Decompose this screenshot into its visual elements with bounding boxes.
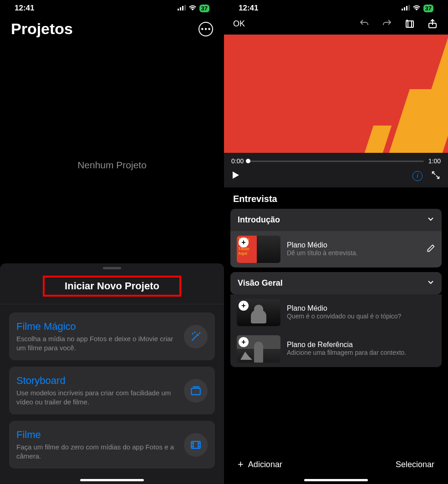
page-title: Projetos [11, 20, 73, 38]
redo-button[interactable] [381, 17, 393, 30]
option-desc: Faça um filme do zero com mídias do app … [16, 443, 178, 460]
group-title: Introdução [238, 215, 280, 225]
svg-rect-2 [182, 6, 183, 10]
magic-wand-icon [184, 325, 208, 348]
editor-toolbar: OK [224, 15, 448, 35]
svg-rect-3 [184, 5, 186, 10]
status-indicators: 37 [178, 4, 209, 13]
time-start: 0:00 [231, 157, 244, 165]
status-bar: 12:41 37 [224, 0, 448, 15]
empty-state-message: Nenhum Projeto [0, 160, 224, 171]
clip-thumbnail: + [237, 299, 280, 326]
option-desc: Use modelos incríveis para criar com fac… [16, 388, 178, 406]
option-title: Filme [16, 429, 178, 441]
svg-rect-15 [402, 9, 403, 10]
group-header-overview[interactable]: Visão Geral [230, 272, 442, 294]
battery-badge: 37 [199, 5, 209, 12]
chevron-down-icon [427, 215, 434, 225]
status-time: 12:41 [15, 4, 34, 13]
clip-row[interactable]: + Título Aqui Título Aqui Plano Médio Dê… [230, 231, 442, 267]
divider [0, 304, 224, 304]
option-movie[interactable]: Filme Faça um filme do zero com mídias d… [9, 421, 215, 469]
clip-thumbnail: + [237, 335, 280, 363]
undo-button[interactable] [358, 17, 371, 30]
highlight-box: Iniciar Novo Projeto [43, 276, 181, 297]
storyboard-section-title: Entrevista [224, 187, 448, 209]
home-indicator[interactable] [80, 479, 144, 481]
ok-button[interactable]: OK [233, 19, 245, 29]
time-end: 1:00 [428, 157, 441, 165]
add-label: Adicionar [248, 460, 282, 469]
status-bar: 12:41 37 [0, 0, 224, 15]
storyboard-icon [184, 379, 208, 403]
chevron-down-icon [427, 278, 434, 288]
clip-subtitle: Adicione uma filmagem para dar contexto. [287, 349, 435, 357]
svg-rect-1 [180, 7, 181, 10]
option-desc: Escolha a mídia no app Fotos e deixe o i… [16, 334, 178, 352]
clip-row[interactable]: + Plano Médio Quem é o convidado ou qual… [230, 294, 442, 331]
svg-rect-7 [191, 388, 200, 394]
home-indicator[interactable] [304, 479, 368, 481]
add-button[interactable]: + Adicionar [238, 459, 282, 470]
clip-title: Plano Médio [287, 241, 420, 249]
scrubber[interactable] [248, 161, 424, 162]
svg-rect-19 [406, 21, 413, 27]
svg-rect-17 [406, 6, 407, 10]
sheet-grabber[interactable] [103, 267, 121, 269]
fullscreen-button[interactable] [431, 170, 441, 182]
add-clip-icon[interactable]: + [239, 301, 249, 311]
info-button[interactable]: i [412, 171, 423, 181]
group-header-intro[interactable]: Introdução [230, 209, 442, 231]
svg-rect-16 [404, 7, 405, 10]
svg-point-4 [193, 333, 193, 333]
option-storyboard[interactable]: Storyboard Use modelos incríveis para cr… [9, 367, 215, 414]
cellular-icon [402, 4, 410, 13]
option-magic-movie[interactable]: Filme Mágico Escolha a mídia no app Foto… [9, 313, 215, 360]
right-screenshot: 12:41 37 OK 0:00 1:00 i Entrevist [224, 0, 448, 484]
clip-subtitle: Dê um título à entrevista. [287, 249, 420, 257]
select-button[interactable]: Selecionar [396, 460, 434, 469]
group-title: Visão Geral [238, 278, 283, 288]
ellipsis-icon: ••• [201, 25, 212, 33]
add-clip-icon[interactable]: + [239, 337, 249, 347]
clip-title: Plano Médio [287, 304, 435, 313]
scrubber-knob[interactable] [246, 159, 250, 163]
battery-badge: 37 [423, 5, 433, 12]
cellular-icon [178, 4, 186, 13]
player-bar: 0:00 1:00 i [224, 153, 448, 187]
svg-point-5 [194, 332, 195, 332]
clip-subtitle: Quem é o convidado ou qual é o tópico? [287, 313, 435, 321]
svg-rect-8 [191, 441, 200, 448]
svg-rect-18 [408, 5, 410, 10]
bottom-toolbar: + Adicionar Selecionar [224, 452, 448, 478]
film-icon [184, 433, 208, 457]
option-title: Filme Mágico [16, 321, 178, 333]
enhance-button[interactable] [403, 17, 416, 30]
clip-row[interactable]: + Plano de Referência Adicione uma filma… [230, 331, 442, 367]
clip-title: Plano de Referência [287, 341, 435, 349]
share-button[interactable] [426, 17, 439, 30]
new-project-sheet: Iniciar Novo Projeto Filme Mágico Escolh… [0, 263, 224, 484]
left-screenshot: 12:41 37 Projetos ••• Nenhum Projeto Ini… [0, 0, 224, 484]
play-button[interactable] [231, 171, 240, 182]
sheet-title: Iniciar Novo Projeto [45, 280, 179, 292]
add-clip-icon[interactable]: + [239, 237, 249, 247]
wifi-icon [188, 4, 197, 13]
edit-button[interactable] [426, 244, 435, 255]
preview-graphic [359, 126, 392, 153]
video-preview[interactable] [224, 35, 448, 153]
clip-thumbnail: + Título Aqui Título Aqui [237, 236, 280, 263]
svg-rect-0 [178, 9, 179, 10]
wifi-icon [412, 4, 421, 13]
option-title: Storyboard [16, 375, 178, 387]
plus-icon: + [238, 459, 244, 470]
status-time: 12:41 [239, 4, 258, 13]
more-button[interactable]: ••• [199, 22, 213, 36]
status-indicators: 37 [402, 4, 433, 13]
svg-marker-23 [233, 171, 239, 179]
svg-point-6 [199, 333, 200, 333]
header: Projetos ••• [0, 15, 224, 41]
